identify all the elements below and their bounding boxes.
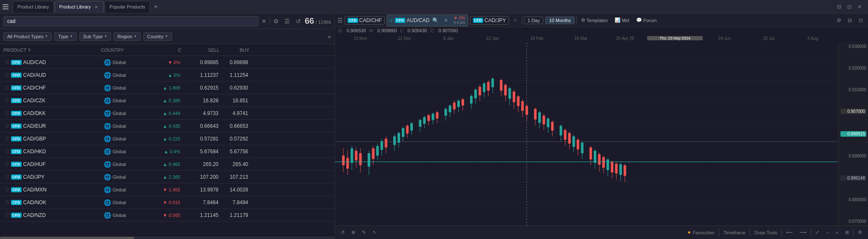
price-level: 0.910000 [840,87,866,92]
back-button[interactable]: ⟵ [784,229,796,236]
info-icon[interactable]: ⓘ [3,174,11,180]
refresh-icon[interactable]: ↺ [294,17,303,26]
change-value: ▲ 1.869 [155,85,181,90]
instrument-name: CAD/CHF [359,17,382,23]
info-icon[interactable]: ⓘ [3,85,11,91]
sub-type-filter[interactable]: Sub Type ▼ [79,32,111,41]
search-clear-button[interactable]: ✕ [260,17,268,25]
window-close-icon[interactable]: ✕ [855,3,864,11]
mid-button[interactable]: 📊 Mid [612,17,632,24]
draw-button[interactable]: ✎ [359,229,368,236]
product-row[interactable]: ⓘ CFD CAD/NZD 🌐 Global ▼ 0.565 1.21145 1… [0,209,334,222]
product-type-filter[interactable]: All Product Types ▼ [3,32,52,41]
more-filters-icon[interactable]: » [328,33,331,40]
region-filter[interactable]: Region ▼ [114,32,141,41]
expand-button[interactable]: ⤢ [813,229,822,236]
info-icon[interactable]: ⓘ [3,110,11,116]
product-row[interactable]: ⓘ CFD CAD/NOK 🌐 Global ▼ 0.915 7.8464 7.… [0,196,334,209]
svg-rect-96 [551,122,554,130]
chart-menu-icon[interactable]: ☰ [337,17,343,24]
change-value: ▲ 0.4% [155,149,181,154]
horizontal-scrollbar[interactable] [0,236,334,239]
product-row[interactable]: ⓘ CFD AUD/CAD 🌐 Global ▼ 0% 0.89885 0.89… [0,56,334,69]
type-filter[interactable]: Type ▼ [54,32,77,41]
column-product-header[interactable]: PRODUCT ⇕ [3,48,101,53]
info-icon[interactable]: ⓘ [3,212,11,218]
svg-rect-29 [385,139,387,147]
chart-canvas[interactable]: 0.930000 0.920000 0.910000 0.907000 0.89… [335,42,868,225]
toolbar-separator [853,228,854,237]
add-tab-button[interactable]: + [151,2,161,12]
product-row[interactable]: ⓘ CFD CAD/MXN 🌐 Global ▼ 1.455 13.9978 1… [0,183,334,196]
templates-button[interactable]: ⚙ Templates [579,17,610,24]
product-row[interactable]: ⓘ CFD CAD/CHF 🌐 Global ▲ 1.869 0.62915 0… [0,82,334,94]
timeframe-button[interactable]: Timeframe [721,229,748,236]
chart-minimize-icon[interactable]: ⊟ [845,16,854,25]
region-label: Region [117,34,132,39]
product-row[interactable]: ⓘ CFD CAD/DKK 🌐 Global ▲ 0.449 4.9733 4.… [0,107,334,120]
tab-product-library-2[interactable]: Product Library ✕ [55,1,104,13]
buy-price: 107.213 [219,174,248,180]
close-instrument-icon[interactable]: ✕ [441,16,451,25]
info-icon[interactable]: ⓘ [3,200,11,205]
active-check-icon: ✓ [389,17,394,23]
instrument-cad-chf[interactable]: CFD CAD/CHF [345,16,385,25]
zoom-in-button[interactable]: + [833,229,841,236]
tab-product-library-1[interactable]: Product Library [13,1,54,13]
toolbar-separator [719,228,719,237]
country-filter[interactable]: Country ▼ [143,32,172,41]
svg-rect-79 [513,92,515,102]
product-row[interactable]: ⓘ CFD CAD/AUD 🌐 Global ▲ 0% 1.11237 1.11… [0,69,334,82]
info-icon[interactable]: ⓘ [3,136,11,142]
settings-button[interactable]: ⚙ [855,229,865,236]
scrollbar-thumb[interactable] [0,237,134,239]
info-icon[interactable]: ⓘ [3,187,11,193]
app-menu-icon[interactable] [2,3,10,11]
chart-maximize-icon[interactable]: ⊡ [856,16,865,25]
timeline-date: 19 Feb [515,36,559,41]
instrument-cad-jpy[interactable]: CFD CAD/JPY [470,16,509,25]
forum-icon: 💬 [636,17,642,23]
tab-popular-products[interactable]: Popular Products [105,1,150,13]
cfd-badge: CFD [11,149,22,154]
product-row[interactable]: ⓘ CFD CAD/GBP 🌐 Global ▲ 0.225 0.57281 0… [0,132,334,145]
chart-settings-icon[interactable]: ⚙ [834,16,843,25]
info-icon[interactable]: ⓘ [3,149,11,155]
product-row[interactable]: ⓘ CFD CAD/JPY 🌐 Global ▲ 2.385 107.200 1… [0,171,334,183]
instrument-aud-cad[interactable]: ✓ CFD AUD/CAD 🔍 ✕ ▼ 0% 0.4 pts [387,14,468,26]
add-instrument-icon[interactable]: + [511,16,520,25]
info-icon[interactable]: ⓘ [3,72,11,78]
filter-icon[interactable]: ⚙ [272,17,281,26]
window-minimize-icon[interactable]: ⊟ [835,3,843,11]
product-row[interactable]: ⓘ CFD CAD/EUR 🌐 Global ▲ 0.435 0.66643 0… [0,120,334,132]
draw-tools-button[interactable]: Draw Tools [752,229,780,236]
tab-close-icon[interactable]: ✕ [93,4,99,10]
search-input[interactable] [3,16,259,26]
timeframe-1day-button[interactable]: 1 Day [524,17,544,24]
svg-rect-94 [547,118,549,127]
zoom-out-button[interactable]: − [823,229,831,236]
info-icon[interactable]: ⓘ [3,161,11,167]
info-icon[interactable]: ⓘ [3,59,11,65]
search-icon[interactable]: 🔍 [431,16,440,25]
forum-button[interactable]: 💬 Forum [634,17,659,24]
refresh-icon: ↺ [341,230,345,235]
product-row[interactable]: ⓘ CFD CAD/CZK 🌐 Global ▲ 0.385 16.828 16… [0,94,334,107]
zoom-in-icon: + [836,230,838,235]
info-icon[interactable]: ⓘ [3,98,11,104]
timeframe-10months-button[interactable]: 10 Months [545,17,574,24]
column-sell-header: SELL [181,48,220,53]
product-row[interactable]: ⓘ CFD CAD/HKD 🌐 Global ▲ 0.4% 5.67684 5.… [0,145,334,158]
info-icon[interactable]: ⓘ [3,123,11,129]
fit-button[interactable]: ⊞ [843,229,851,236]
list-icon[interactable]: ☰ [283,17,292,26]
product-row[interactable]: ⓘ CFD CAD/HUF 🌐 Global ▲ 0.465 265.20 26… [0,158,334,171]
favourites-button[interactable]: ★ Favourites [684,229,717,236]
svg-rect-88 [534,109,537,120]
cursor-button[interactable]: ↖ [370,229,379,236]
forward-button[interactable]: ⟶ [797,229,809,236]
window-maximize-icon[interactable]: ⊡ [845,3,854,11]
crosshair-button[interactable]: ⊕ [349,229,358,236]
svg-rect-63 [474,90,477,98]
refresh-button[interactable]: ↺ [338,229,347,236]
